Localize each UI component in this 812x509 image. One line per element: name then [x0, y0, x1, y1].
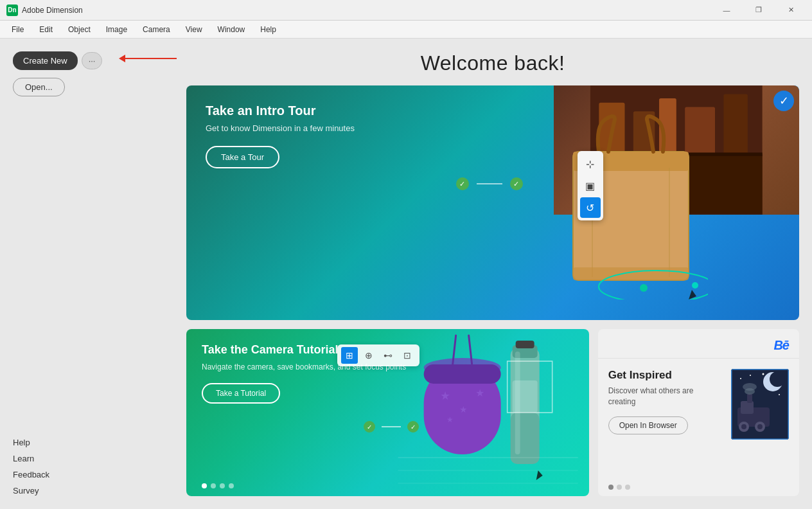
svg-point-48: [743, 383, 757, 391]
svg-point-14: [640, 284, 648, 292]
menu-object[interactable]: Object: [62, 23, 97, 36]
take-tour-button[interactable]: Take a Tour: [206, 146, 279, 168]
arrow-annotation: [119, 55, 177, 62]
svg-point-52: [779, 394, 780, 395]
inspire-dots: [598, 478, 799, 496]
banner-subtitle: Get to know Dimension in a few minutes: [206, 123, 780, 133]
toolbar-rotate-icon[interactable]: ↺: [580, 197, 601, 218]
menu-view[interactable]: View: [179, 23, 209, 36]
inspire-logo: Bē: [773, 338, 789, 353]
svg-point-39: [770, 371, 785, 387]
inspire-text: Get Inspired Discover what others are cr…: [608, 369, 722, 468]
main-content: Welcome back!: [173, 39, 812, 509]
dot-4: [229, 483, 234, 488]
arrow-head-icon: [119, 55, 125, 62]
inspire-card: Bē Get Inspired Discover what others are…: [598, 329, 799, 496]
toolbar-move-icon[interactable]: ⊹: [580, 154, 601, 174]
sidebar-link-survey[interactable]: Survey: [13, 483, 161, 499]
svg-point-15: [692, 282, 698, 289]
menubar: File Edit Object Image Camera View Windo…: [0, 21, 812, 39]
app-body: Create New ··· Open... Help Learn Feedba…: [0, 39, 812, 509]
svg-point-51: [763, 373, 764, 375]
svg-point-43: [741, 424, 746, 429]
camera-toolbar: ⊞ ⊕ ⊷ ⊡: [337, 344, 419, 366]
titlebar: Dn Adobe Dimension — ❐ ✕: [0, 0, 812, 21]
svg-marker-35: [536, 470, 543, 480]
cam-tb-grid-icon[interactable]: ⊞: [341, 347, 358, 364]
camera-card: Take the Camera Tutorial Navigate the ca…: [186, 329, 589, 496]
welcome-title: Welcome back!: [186, 39, 799, 85]
menu-window[interactable]: Window: [211, 23, 252, 36]
restore-button[interactable]: ❐: [744, 0, 773, 21]
inspire-header: Bē: [598, 329, 799, 359]
take-tutorial-button[interactable]: Take a Tutorial: [202, 383, 280, 404]
close-button[interactable]: ✕: [776, 0, 806, 21]
sidebar-top: Create New ··· Open...: [13, 51, 161, 434]
cam-step-1: ✓: [364, 421, 375, 433]
cam-tb-pan-icon[interactable]: ⊷: [380, 347, 396, 364]
open-button[interactable]: Open...: [13, 78, 65, 96]
menu-help[interactable]: Help: [254, 23, 283, 36]
cam-tb-frame-icon[interactable]: ⊡: [399, 347, 416, 364]
more-button[interactable]: ···: [82, 52, 103, 69]
sidebar-link-learn[interactable]: Learn: [13, 451, 161, 467]
svg-point-49: [740, 378, 741, 379]
minimize-button[interactable]: —: [712, 0, 741, 21]
svg-rect-12: [573, 267, 689, 280]
menu-image[interactable]: Image: [100, 23, 134, 36]
bottom-cards: Take the Camera Tutorial Navigate the ca…: [186, 329, 799, 496]
banner-content: Take an Intro Tour Get to know Dimension…: [186, 85, 799, 186]
create-new-group: Create New ···: [13, 51, 161, 70]
svg-rect-41: [741, 401, 754, 414]
app-icon-letter: Dn: [8, 6, 16, 13]
inspire-dot-2: [617, 485, 622, 490]
svg-rect-46: [747, 393, 752, 403]
window-controls: — ❐ ✕: [712, 0, 806, 21]
floating-toolbar: ⊹ ▣ ↺: [578, 151, 603, 220]
menu-camera[interactable]: Camera: [136, 23, 177, 36]
sidebar: Create New ··· Open... Help Learn Feedba…: [0, 39, 173, 509]
svg-point-50: [750, 375, 751, 376]
menu-edit[interactable]: Edit: [33, 23, 59, 36]
cam-tb-focus-icon[interactable]: ⊕: [360, 347, 377, 364]
titlebar-title: Adobe Dimension: [22, 6, 712, 15]
inspire-dot-1: [608, 485, 613, 490]
sidebar-bottom-links: Help Learn Feedback Survey: [13, 434, 161, 509]
dot-3: [220, 483, 225, 488]
create-new-button[interactable]: Create New: [13, 51, 78, 70]
dot-1: [202, 483, 207, 488]
svg-rect-29: [511, 413, 540, 464]
camera-card-dots: [202, 483, 234, 488]
arrow-line: [125, 58, 177, 59]
camera-card-content: Take the Camera Tutorial Navigate the ca…: [186, 329, 589, 418]
inspire-artwork-svg: [731, 369, 789, 440]
app-icon: Dn: [6, 4, 18, 16]
banner-title: Take an Intro Tour: [206, 103, 780, 118]
inspire-subtitle: Discover what others are creating: [608, 386, 722, 407]
inspire-title: Get Inspired: [608, 369, 722, 382]
main-banner: ✓ Take an Intro Tour Get to know Dimensi…: [186, 85, 799, 320]
inspire-artwork: [731, 369, 789, 440]
open-in-browser-button[interactable]: Open In Browser: [608, 416, 688, 434]
menu-file[interactable]: File: [5, 23, 30, 36]
dot-2: [211, 483, 216, 488]
inspire-body: Get Inspired Discover what others are cr…: [598, 359, 799, 478]
inspire-dot-3: [625, 485, 630, 490]
svg-point-45: [757, 424, 763, 429]
sidebar-link-feedback[interactable]: Feedback: [13, 467, 161, 483]
toolbar-select-icon[interactable]: ▣: [580, 175, 601, 196]
sidebar-link-help[interactable]: Help: [13, 434, 161, 451]
